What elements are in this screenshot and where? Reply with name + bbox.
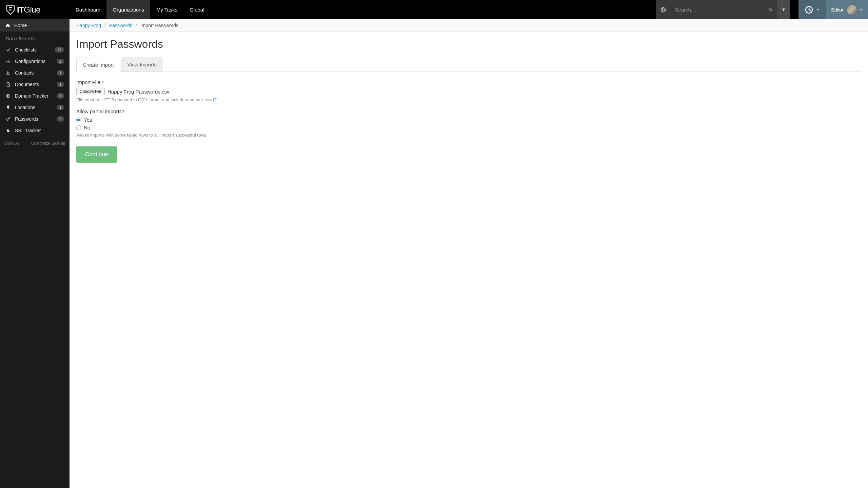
- breadcrumb-separator: /: [136, 23, 137, 28]
- sidebar-item-documents[interactable]: Documents 1: [0, 79, 70, 90]
- import-file-help: File must be UTF-8 encoded in CSV format…: [76, 97, 861, 102]
- radio-no[interactable]: No: [76, 125, 861, 130]
- sidebar-item-contacts[interactable]: Contacts 1: [0, 67, 70, 79]
- help-link[interactable]: [?]: [213, 97, 217, 102]
- tab-view-imports[interactable]: View Imports: [121, 57, 163, 72]
- radio-icon: [76, 125, 81, 130]
- required-mark: *: [102, 79, 104, 85]
- breadcrumb-org[interactable]: Happy Frog: [76, 23, 101, 28]
- brand-text: ITGlue: [17, 5, 40, 15]
- user-role-label: Editor: [831, 7, 844, 13]
- global-scope-button[interactable]: [656, 0, 671, 19]
- user-menu[interactable]: Editor: [826, 0, 868, 19]
- tab-create-import[interactable]: Create Import: [76, 58, 120, 72]
- home-icon: [5, 23, 10, 28]
- sidebar-item-ssl-tracker[interactable]: SSL Tracker: [0, 125, 70, 136]
- search-box: [671, 0, 777, 19]
- sidebar-item-checklists[interactable]: Checklists 11: [0, 44, 70, 56]
- search-filter-button[interactable]: [777, 0, 790, 19]
- choose-file-button[interactable]: Choose File: [76, 88, 105, 95]
- sidebar-item-label: Passwords: [15, 116, 53, 122]
- page-title: Import Passwords: [76, 38, 861, 50]
- partial-imports-label: Allow partial imports?: [76, 108, 861, 114]
- radio-icon: [76, 118, 81, 122]
- svg-point-10: [7, 72, 8, 73]
- sidebar: Home Core Assets Checklists 11 Configura…: [0, 19, 70, 488]
- import-file-label: Import File *: [76, 79, 861, 85]
- nav-global[interactable]: Global: [183, 0, 210, 19]
- key-icon: [6, 117, 11, 121]
- sidebar-item-label: Domain Tracker: [15, 93, 53, 99]
- svg-point-17: [6, 119, 8, 120]
- breadcrumbs: Happy Frog / Passwords / Import Password…: [70, 19, 868, 32]
- lock-icon: [6, 128, 11, 133]
- filter-icon: [781, 7, 786, 12]
- selected-file-name: Happy Frog Passwords.csv: [107, 89, 170, 95]
- svg-line-7: [771, 10, 772, 11]
- chevron-down-icon: [817, 9, 820, 11]
- count-badge: 1: [57, 70, 64, 76]
- chevron-down-icon: [860, 9, 863, 11]
- shield-logo-icon: [6, 5, 15, 15]
- sidebar-section-title: Core Assets: [0, 32, 70, 44]
- radio-label: Yes: [84, 117, 92, 123]
- breadcrumb-current: Import Passwords: [140, 23, 178, 28]
- radio-label: No: [84, 125, 90, 130]
- svg-point-11: [8, 72, 9, 73]
- main-content: Happy Frog / Passwords / Import Password…: [70, 19, 868, 488]
- clock-icon: [805, 5, 813, 14]
- sidebar-item-label: Checklists: [15, 47, 51, 53]
- sidebar-item-label: Documents: [15, 82, 53, 87]
- sidebar-footer: Show All Customize Sidebar: [0, 136, 70, 150]
- sidebar-item-label: Contacts: [15, 70, 53, 76]
- show-all-link[interactable]: Show All: [4, 141, 20, 146]
- count-badge: 1: [57, 82, 64, 87]
- search-button[interactable]: [765, 7, 777, 12]
- count-badge: 1: [57, 93, 64, 99]
- svg-point-9: [7, 61, 9, 62]
- top-nav: ITGlue Dashboard Organizations My Tasks …: [0, 0, 868, 19]
- sidebar-item-label: Locations: [15, 105, 53, 110]
- users-icon: [6, 70, 11, 75]
- breadcrumb-section[interactable]: Passwords: [109, 23, 132, 28]
- nav-organizations[interactable]: Organizations: [106, 0, 150, 19]
- check-icon: [6, 47, 11, 52]
- import-file-group: Import File * Choose File Happy Frog Pas…: [76, 79, 861, 102]
- sidebar-item-domain-tracker[interactable]: Domain Tracker 1: [0, 90, 70, 102]
- tabs: Create Import View Imports: [76, 57, 861, 72]
- sidebar-home-label: Home: [14, 23, 27, 28]
- count-badge: 2: [57, 59, 64, 64]
- svg-point-6: [769, 8, 772, 11]
- count-badge: 3: [57, 116, 64, 122]
- svg-rect-18: [7, 130, 9, 132]
- pin-icon: [6, 105, 11, 110]
- sidebar-item-passwords[interactable]: Passwords 3: [0, 113, 70, 125]
- count-badge: 11: [55, 47, 64, 53]
- activity-dropdown[interactable]: [798, 0, 826, 19]
- radio-yes[interactable]: Yes: [76, 117, 861, 123]
- nav-my-tasks[interactable]: My Tasks: [150, 0, 183, 19]
- globe-icon: [660, 7, 666, 13]
- brand-logo[interactable]: ITGlue: [0, 0, 70, 19]
- sidebar-home[interactable]: Home: [0, 19, 70, 32]
- search-input[interactable]: [671, 7, 765, 13]
- sidebar-item-label: SSL Tracker: [15, 128, 64, 133]
- count-badge: 1: [57, 105, 64, 110]
- sidebar-item-configurations[interactable]: Configurations 2: [0, 56, 70, 67]
- gear-icon: [6, 59, 11, 64]
- customize-sidebar-link[interactable]: Customize Sidebar: [31, 141, 65, 146]
- partial-imports-group: Allow partial imports? Yes No Allows imp…: [76, 108, 861, 138]
- sidebar-item-locations[interactable]: Locations 1: [0, 102, 70, 113]
- partial-imports-help: Allows imports with some failed rows to …: [76, 133, 861, 138]
- nav-dashboard[interactable]: Dashboard: [70, 0, 106, 19]
- nav-links: Dashboard Organizations My Tasks Global: [70, 0, 211, 19]
- document-icon: [6, 82, 11, 87]
- sidebar-item-label: Configurations: [15, 59, 53, 64]
- breadcrumb-separator: /: [104, 23, 106, 28]
- globe-icon: [6, 94, 11, 98]
- continue-button[interactable]: Continue: [76, 146, 117, 163]
- search-icon: [768, 7, 773, 12]
- avatar: [847, 5, 856, 15]
